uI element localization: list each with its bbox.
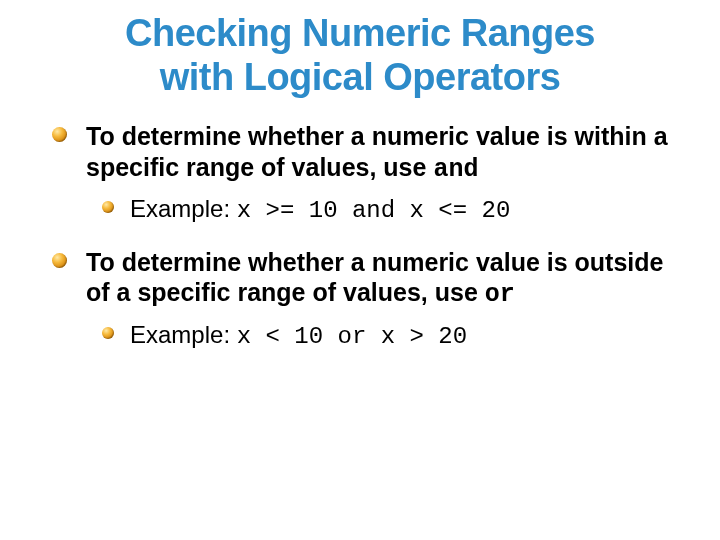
slide-title: Checking Numeric Ranges with Logical Ope… [48, 12, 672, 99]
bullet-code-keyword: and [433, 155, 478, 184]
example-label: Example: [130, 321, 237, 348]
slide: Checking Numeric Ranges with Logical Ope… [0, 0, 720, 540]
example-code: x >= 10 and x <= 20 [237, 197, 511, 224]
bullet-text: To determine whether a numeric value is … [86, 122, 668, 181]
sub-list-item: Example: x < 10 or x > 20 [126, 319, 672, 352]
list-item: To determine whether a numeric value is … [78, 247, 672, 352]
sub-list-item: Example: x >= 10 and x <= 20 [126, 193, 672, 226]
example-label: Example: [130, 195, 237, 222]
title-line-2: with Logical Operators [160, 56, 561, 98]
bullet-code-keyword: or [485, 280, 515, 309]
title-line-1: Checking Numeric Ranges [125, 12, 595, 54]
bullet-text: To determine whether a numeric value is … [86, 248, 663, 307]
sub-list: Example: x < 10 or x > 20 [86, 319, 672, 352]
sub-list: Example: x >= 10 and x <= 20 [86, 193, 672, 226]
example-code: x < 10 or x > 20 [237, 323, 467, 350]
bullet-list: To determine whether a numeric value is … [48, 121, 672, 351]
list-item: To determine whether a numeric value is … [78, 121, 672, 226]
